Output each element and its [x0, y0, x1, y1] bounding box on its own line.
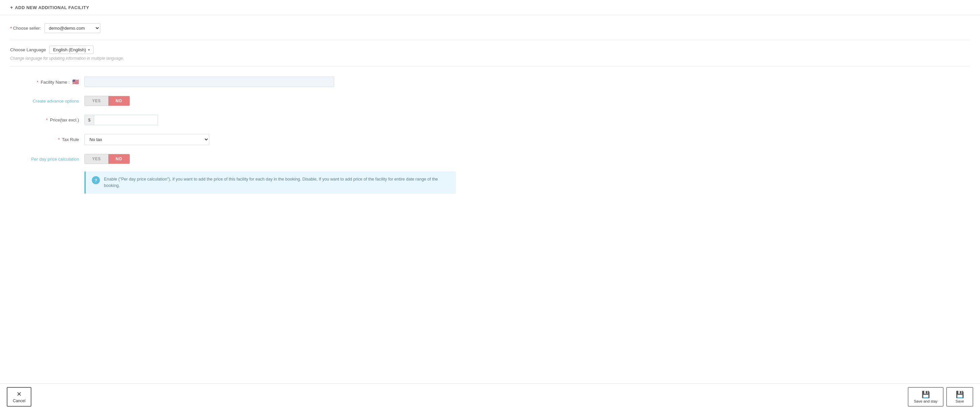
- us-flag-icon: 🇺🇸: [72, 79, 79, 85]
- save-label: Save: [955, 399, 964, 403]
- price-currency-symbol: $: [85, 115, 94, 125]
- info-box: ? Enable ("Per day price calculation"), …: [84, 172, 456, 194]
- language-value: English (English): [53, 47, 86, 52]
- language-dropdown[interactable]: English (English) ▾: [49, 46, 94, 54]
- price-label: * Price(tax excl.): [10, 118, 84, 122]
- cancel-label: Cancel: [13, 399, 25, 403]
- price-row: * Price(tax excl.) $: [10, 113, 970, 127]
- tax-rule-row: * Tax Rule No tax: [10, 133, 970, 146]
- page-header: + ADD NEW ADDITIONAL FACILITY: [0, 0, 980, 15]
- price-required: *: [46, 118, 48, 122]
- per-day-no-button[interactable]: NO: [108, 154, 130, 164]
- info-text: Enable ("Per day price calculation"), if…: [104, 176, 450, 189]
- facility-name-input[interactable]: [84, 76, 334, 87]
- create-advance-no-button[interactable]: NO: [108, 96, 130, 106]
- per-day-yes-button[interactable]: YES: [85, 154, 108, 164]
- create-advance-label[interactable]: Create advance options: [10, 99, 84, 103]
- language-row: Choose Language English (English) ▾: [10, 46, 970, 54]
- create-advance-row: Create advance options YES NO: [10, 94, 970, 107]
- per-day-price-row: Per day price calculation YES NO: [10, 153, 970, 165]
- save-button[interactable]: 💾 Save: [946, 387, 973, 407]
- save-and-stay-button[interactable]: 💾 Save and stay: [908, 387, 943, 407]
- language-hint: Change language for updating information…: [10, 56, 970, 61]
- plus-icon: +: [10, 5, 13, 10]
- chevron-down-icon: ▾: [88, 48, 90, 52]
- tax-required: *: [58, 137, 60, 142]
- divider-2: [10, 66, 970, 67]
- page-title: ADD NEW ADDITIONAL FACILITY: [15, 5, 89, 10]
- divider-1: [10, 40, 970, 40]
- seller-required-star: *: [10, 25, 12, 31]
- cancel-icon: ✕: [16, 391, 22, 398]
- create-advance-toggle: YES NO: [84, 96, 130, 106]
- info-icon: ?: [92, 176, 100, 184]
- language-section: Choose Language English (English) ▾ Chan…: [10, 46, 970, 61]
- save-stay-icon: 💾: [921, 391, 930, 399]
- tax-rule-label: * Tax Rule: [10, 137, 84, 142]
- page-container: + ADD NEW ADDITIONAL FACILITY * Choose s…: [0, 0, 980, 410]
- form-section: * Facility Name : 🇺🇸 Create advance opti…: [10, 72, 970, 200]
- footer-left: ✕ Cancel: [7, 387, 32, 407]
- main-content: * Choose seller: demo@demo.com Choose La…: [0, 15, 980, 383]
- seller-section: * Choose seller: demo@demo.com: [10, 22, 970, 34]
- footer-bar: ✕ Cancel 💾 Save and stay 💾 Save: [0, 383, 980, 410]
- language-label: Choose Language: [10, 47, 46, 52]
- seller-label: Choose seller:: [13, 25, 41, 31]
- facility-name-row: * Facility Name : 🇺🇸: [10, 75, 970, 88]
- save-icon: 💾: [956, 391, 964, 399]
- save-stay-label: Save and stay: [914, 399, 937, 403]
- per-day-price-label[interactable]: Per day price calculation: [10, 157, 84, 162]
- tax-rule-select[interactable]: No tax: [84, 134, 209, 145]
- facility-name-label: * Facility Name : 🇺🇸: [10, 79, 84, 85]
- price-input[interactable]: [94, 115, 158, 125]
- create-advance-yes-button[interactable]: YES: [85, 96, 108, 106]
- footer-right: 💾 Save and stay 💾 Save: [908, 387, 973, 407]
- per-day-price-toggle: YES NO: [84, 154, 130, 164]
- price-input-wrapper: $: [84, 115, 158, 125]
- facility-name-required: *: [37, 79, 38, 85]
- seller-select[interactable]: demo@demo.com: [45, 23, 100, 33]
- cancel-button[interactable]: ✕ Cancel: [7, 387, 32, 407]
